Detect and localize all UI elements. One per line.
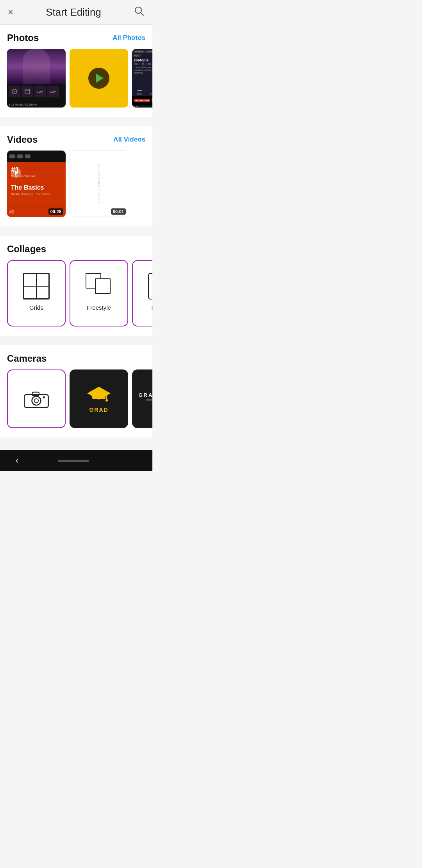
grids-label: Grids <box>29 304 43 314</box>
graduation-arch-text: GRADUATION <box>138 392 152 398</box>
collage-frames[interactable]: Frames <box>132 260 152 326</box>
bottom-navigation: ‹ <box>0 450 152 471</box>
search-icon[interactable] <box>134 5 145 19</box>
collage-grids[interactable]: Grids <box>7 260 66 326</box>
cameras-section: Cameras GRAD <box>0 345 152 438</box>
photos-title: Photos <box>7 32 39 43</box>
home-indicator <box>58 460 89 462</box>
frames-label: Frames <box>152 304 152 314</box>
freestyle-icon <box>86 273 112 299</box>
collages-section: Collages Grids Freestyle <box>0 236 152 336</box>
all-videos-link[interactable]: All Videos <box>113 136 145 143</box>
header: × Start Editing <box>0 0 152 25</box>
camera-graduation-arch[interactable]: GRADUATION ✦ ✦ ✦ <box>132 369 152 428</box>
all-photos-link[interactable]: All Photos <box>113 34 145 42</box>
back-button[interactable]: ‹ <box>16 456 18 466</box>
collages-row: Grids Freestyle Frames <box>0 260 152 326</box>
collages-title: Collages <box>7 244 46 255</box>
frames-icon <box>148 273 152 299</box>
photos-header: Photos All Photos <box>0 32 152 49</box>
video-item[interactable]: #1 Mobi zen Tutorial | The Basics Mobize… <box>7 151 66 217</box>
freestyle-label: Freestyle <box>87 304 111 314</box>
grad-text: GRAD <box>89 407 108 413</box>
svg-point-10 <box>43 396 45 398</box>
video-item[interactable]: SKETCHMAR.TECH 00:01 <box>70 151 128 217</box>
page-title: Start Editing <box>46 6 101 18</box>
svg-point-14 <box>106 399 108 402</box>
grids-icon <box>23 273 50 299</box>
svg-line-1 <box>141 13 143 15</box>
camera-graduation[interactable]: GRAD <box>70 369 128 428</box>
photos-row: 100+ 100+ ● 12 Months: €2.91/mo <box>0 49 152 108</box>
videos-header: Videos All Videos <box>0 134 152 151</box>
svg-point-8 <box>34 399 39 403</box>
photos-section: Photos All Photos <box>0 25 152 117</box>
graduation-cap-icon <box>85 385 113 404</box>
svg-rect-4 <box>25 89 30 94</box>
cameras-row: GRAD GRADUATION ✦ ✦ ✦ <box>0 369 152 428</box>
videos-title: Videos <box>7 134 38 145</box>
svg-point-3 <box>14 91 15 92</box>
svg-point-7 <box>32 396 41 405</box>
videos-row: #1 Mobi zen Tutorial | The Basics Mobize… <box>0 151 152 217</box>
photo-item[interactable]: Adventure Comedy Animation Crime Family … <box>132 49 152 108</box>
collage-freestyle[interactable]: Freestyle <box>70 260 128 326</box>
cameras-title: Cameras <box>7 353 46 364</box>
camera-icon <box>23 387 50 411</box>
cameras-header: Cameras <box>0 353 152 369</box>
close-icon[interactable]: × <box>8 7 13 18</box>
svg-rect-12 <box>92 393 106 399</box>
camera-plain[interactable] <box>7 369 66 428</box>
photo-item[interactable] <box>70 49 128 108</box>
collages-header: Collages <box>0 244 152 260</box>
play-button[interactable] <box>88 68 109 89</box>
photo-item[interactable]: 100+ 100+ ● 12 Months: €2.91/mo <box>7 49 66 108</box>
videos-section: Videos All Videos #1 Mobi zen Tutorial | <box>0 126 152 226</box>
